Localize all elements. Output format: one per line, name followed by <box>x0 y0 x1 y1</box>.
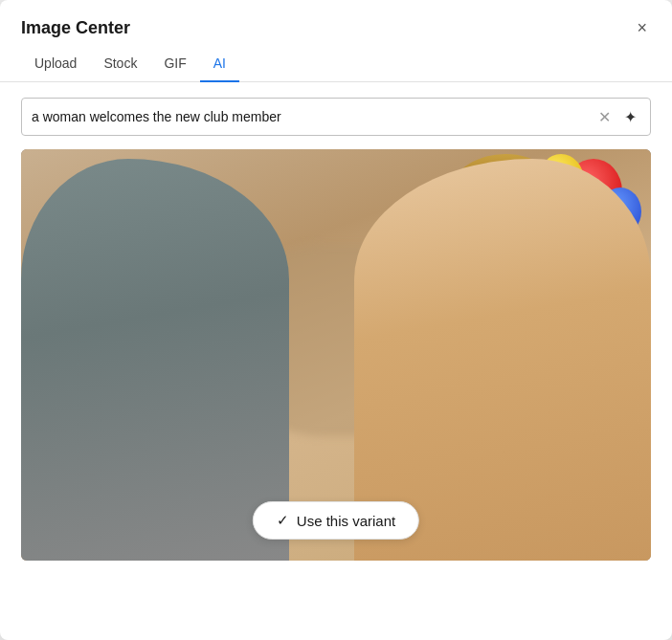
search-area: ✕ ✦ <box>0 82 672 149</box>
dialog-header: Image Center × <box>0 0 672 48</box>
image-center-dialog: Image Center × Upload Stock GIF AI ✕ ✦ <box>0 0 672 640</box>
use-variant-button[interactable]: ✓ Use this variant <box>253 501 419 540</box>
close-button[interactable]: × <box>633 17 651 38</box>
person-right <box>335 149 651 561</box>
checkmark-icon: ✓ <box>277 512 289 529</box>
search-input-wrapper: ✕ ✦ <box>21 98 651 136</box>
tab-gif[interactable]: GIF <box>150 48 199 82</box>
clear-icon[interactable]: ✕ <box>594 107 614 126</box>
search-input[interactable] <box>32 109 589 124</box>
tab-bar: Upload Stock GIF AI <box>0 48 672 82</box>
tab-stock[interactable]: Stock <box>90 48 150 82</box>
tab-upload[interactable]: Upload <box>21 48 90 82</box>
sparkle-icon[interactable]: ✦ <box>619 106 640 127</box>
tab-ai[interactable]: AI <box>200 48 239 82</box>
image-preview: ✓ Use this variant <box>21 149 651 561</box>
person-left <box>21 149 299 561</box>
dialog-title: Image Center <box>21 18 130 38</box>
use-variant-label: Use this variant <box>297 513 395 529</box>
person-left-body <box>21 159 289 561</box>
person-right-body <box>354 159 651 561</box>
image-scene <box>21 149 651 561</box>
